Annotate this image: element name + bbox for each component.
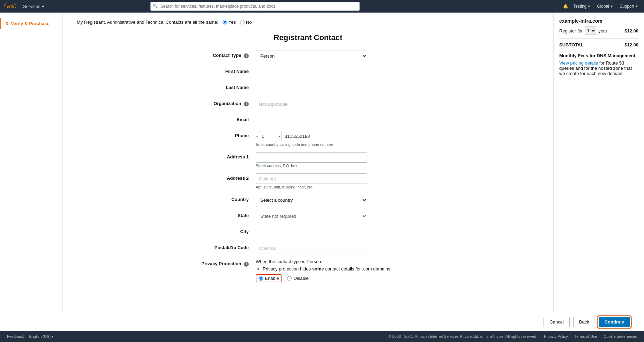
- register-row: Register for 1 2 3 4 5 year $12.00: [559, 27, 638, 35]
- postal-code-label: Postal/Zip Code: [186, 243, 256, 250]
- search-icon: 🔍: [153, 4, 158, 9]
- state-field: State not required: [256, 211, 430, 221]
- phone-dash-sign: -: [279, 134, 280, 139]
- country-select[interactable]: Select a country United States India Uni…: [256, 195, 367, 205]
- notifications-icon[interactable]: 🔔: [563, 4, 568, 9]
- organization-field: [256, 99, 430, 109]
- privacy-radio-row: Enable Disable: [256, 274, 430, 282]
- contact-type-select[interactable]: Person Company Association Public Body R…: [256, 51, 367, 61]
- dns-title: Monthly Fees for DNS Management: [559, 53, 638, 58]
- organization-info-icon[interactable]: i: [244, 102, 249, 106]
- year-label: year: [598, 28, 607, 34]
- back-button[interactable]: Back: [573, 317, 595, 327]
- services-menu-button[interactable]: Services ▾: [21, 3, 46, 10]
- first-name-label: First Name: [186, 67, 256, 74]
- user-chevron-icon: ▾: [588, 4, 590, 9]
- cancel-button[interactable]: Cancel: [544, 317, 569, 327]
- phone-row: Phone + - Enter country calling code and…: [186, 131, 430, 147]
- phone-number-input[interactable]: [282, 131, 351, 141]
- region-menu-button[interactable]: Global ▾: [595, 3, 615, 9]
- aws-logo[interactable]: [4, 2, 17, 10]
- dns-link[interactable]: View pricing details: [559, 60, 599, 66]
- address2-label: Address 2: [186, 173, 256, 181]
- domain-name: example-infra.com: [559, 18, 638, 24]
- same-contacts-no-label[interactable]: No: [240, 20, 252, 25]
- divider: [559, 38, 638, 39]
- postal-code-input[interactable]: [256, 243, 367, 253]
- region-chevron-icon: ▾: [611, 4, 613, 9]
- disable-radio[interactable]: [287, 276, 292, 281]
- user-label: Testing: [573, 4, 586, 9]
- address1-label: Address 1: [186, 152, 256, 159]
- organization-row: Organization i: [186, 99, 430, 109]
- search-input[interactable]: [150, 2, 360, 11]
- privacy-protection-row: Privacy Protection i When the contact ty…: [186, 259, 430, 282]
- contact-type-info-icon[interactable]: i: [244, 53, 249, 58]
- country-label: Country: [186, 195, 256, 202]
- price-value: $12.00: [624, 28, 638, 34]
- yes-label: Yes: [229, 20, 236, 25]
- services-label: Services: [23, 4, 40, 9]
- same-contacts-label: My Registrant, Administrative and Techni…: [77, 20, 218, 25]
- subtotal-price: $12.00: [624, 42, 638, 47]
- first-name-row: First Name: [186, 67, 430, 77]
- form-table: Contact Type i Person Company Associatio…: [186, 51, 430, 282]
- email-input[interactable]: [256, 115, 367, 125]
- same-contacts-yes-radio[interactable]: [223, 20, 227, 24]
- same-contacts-row: My Registrant, Administrative and Techni…: [77, 20, 539, 25]
- city-row: City: [186, 227, 430, 237]
- last-name-input[interactable]: [256, 83, 367, 93]
- postal-code-row: Postal/Zip Code: [186, 243, 430, 253]
- support-label: Support: [620, 4, 634, 9]
- region-label: Global: [597, 4, 609, 9]
- sidebar-item-verify[interactable]: 3: Verify & Purchase: [0, 18, 62, 29]
- first-name-field: [256, 67, 430, 77]
- last-name-label: Last Name: [186, 83, 256, 90]
- first-name-input[interactable]: [256, 67, 367, 77]
- postal-code-field: [256, 243, 430, 253]
- same-contacts-no-radio[interactable]: [240, 20, 245, 24]
- enable-label: Enable: [265, 276, 279, 281]
- phone-field: + - Enter country calling code and phone…: [256, 131, 430, 147]
- dns-section: Monthly Fees for DNS Management View pri…: [559, 53, 638, 76]
- state-label: State: [186, 211, 256, 218]
- address2-field: Apt, suite, unit, building, floor, etc.: [256, 173, 430, 189]
- country-field: Select a country United States India Uni…: [256, 195, 430, 205]
- disable-radio-label[interactable]: Disable: [287, 276, 308, 281]
- sidebar-item-label: 3: Verify & Purchase: [6, 21, 50, 26]
- address1-hint: Street address, P.O. box: [256, 164, 430, 168]
- register-for-label: Register for: [559, 28, 583, 34]
- section-title: Registrant Contact: [77, 33, 539, 42]
- subtotal-label: SUBTOTAL: [559, 42, 584, 47]
- support-menu-button[interactable]: Support ▾: [617, 3, 640, 9]
- phone-plus-sign: +: [256, 134, 259, 139]
- email-row: Email: [186, 115, 430, 125]
- user-menu-button[interactable]: Testing ▾: [571, 3, 592, 9]
- main-content: My Registrant, Administrative and Techni…: [63, 13, 553, 331]
- organization-label: Organization i: [186, 99, 256, 106]
- city-input[interactable]: [256, 227, 367, 237]
- page-wrap: 3: Verify & Purchase My Registrant, Admi…: [0, 13, 644, 331]
- nav-right: 🔔 Testing ▾ Global ▾ Support ▾: [563, 3, 640, 9]
- state-row: State State not required: [186, 211, 430, 221]
- privacy-protection-info-icon[interactable]: i: [244, 262, 249, 267]
- privacy-desc: When the contact type is Person: Privacy…: [256, 259, 430, 272]
- contact-type-field: Person Company Association Public Body R…: [256, 51, 430, 61]
- enable-radio-label[interactable]: Enable: [256, 274, 282, 282]
- phone-label: Phone: [186, 131, 256, 138]
- address1-input[interactable]: [256, 152, 367, 163]
- address2-row: Address 2 Apt, suite, unit, building, fl…: [186, 173, 430, 189]
- phone-hint: Enter country calling code and phone num…: [256, 142, 430, 147]
- organization-input[interactable]: [256, 99, 367, 109]
- country-code-input[interactable]: [260, 131, 277, 141]
- city-label: City: [186, 227, 256, 234]
- enable-radio[interactable]: [259, 276, 263, 281]
- privacy-bullet: Privacy protection hides some contact de…: [263, 266, 430, 272]
- state-select[interactable]: State not required: [256, 211, 367, 221]
- email-field: [256, 115, 430, 125]
- continue-button[interactable]: Continue: [599, 317, 630, 327]
- city-field: [256, 227, 430, 237]
- year-select[interactable]: 1 2 3 4 5: [585, 27, 596, 35]
- same-contacts-yes-label[interactable]: Yes: [223, 20, 236, 25]
- address2-input[interactable]: [256, 173, 367, 184]
